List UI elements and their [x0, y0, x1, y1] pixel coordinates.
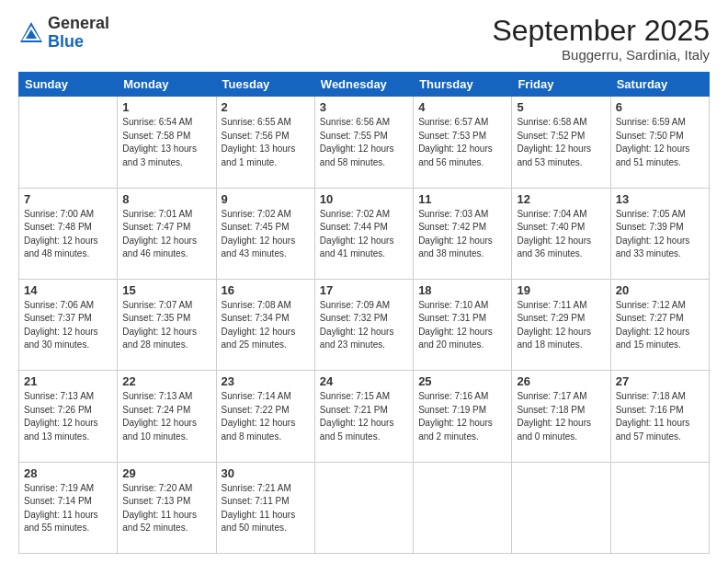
day-number: 17 — [320, 283, 408, 297]
calendar-cell: 18Sunrise: 7:10 AM Sunset: 7:31 PM Dayli… — [414, 279, 512, 370]
calendar-week-3: 14Sunrise: 7:06 AM Sunset: 7:37 PM Dayli… — [19, 279, 710, 370]
header: General Blue September 2025 Buggerru, Sa… — [18, 15, 710, 63]
day-number: 9 — [222, 192, 310, 206]
col-sunday: Sunday — [19, 73, 118, 97]
calendar-cell: 15Sunrise: 7:07 AM Sunset: 7:35 PM Dayli… — [118, 279, 216, 370]
calendar-cell: 16Sunrise: 7:08 AM Sunset: 7:34 PM Dayli… — [216, 279, 314, 370]
day-number: 4 — [418, 100, 506, 114]
day-info: Sunrise: 7:13 AM Sunset: 7:26 PM Dayligh… — [24, 390, 112, 443]
day-number: 27 — [616, 374, 704, 388]
day-number: 1 — [122, 100, 210, 114]
calendar-cell: 24Sunrise: 7:15 AM Sunset: 7:21 PM Dayli… — [314, 371, 413, 462]
calendar-cell: 19Sunrise: 7:11 AM Sunset: 7:29 PM Dayli… — [512, 279, 610, 370]
calendar-cell: 20Sunrise: 7:12 AM Sunset: 7:27 PM Dayli… — [610, 279, 709, 370]
calendar-cell: 29Sunrise: 7:20 AM Sunset: 7:13 PM Dayli… — [118, 462, 216, 553]
day-number: 8 — [122, 192, 210, 206]
logo-icon — [18, 20, 44, 46]
col-friday: Friday — [512, 73, 610, 97]
day-number: 25 — [418, 374, 506, 388]
day-info: Sunrise: 6:59 AM Sunset: 7:50 PM Dayligh… — [616, 116, 704, 169]
day-number: 22 — [122, 374, 210, 388]
month-title: September 2025 — [492, 15, 710, 47]
calendar-week-5: 28Sunrise: 7:19 AM Sunset: 7:14 PM Dayli… — [19, 462, 710, 553]
calendar-cell: 10Sunrise: 7:02 AM Sunset: 7:44 PM Dayli… — [314, 188, 413, 279]
day-info: Sunrise: 7:01 AM Sunset: 7:47 PM Dayligh… — [122, 208, 210, 261]
calendar-cell: 14Sunrise: 7:06 AM Sunset: 7:37 PM Dayli… — [19, 279, 118, 370]
day-number: 19 — [517, 283, 605, 297]
day-number: 13 — [616, 192, 704, 206]
page: General Blue September 2025 Buggerru, Sa… — [0, 0, 728, 563]
calendar-week-1: 1Sunrise: 6:54 AM Sunset: 7:58 PM Daylig… — [19, 97, 710, 188]
day-info: Sunrise: 7:21 AM Sunset: 7:11 PM Dayligh… — [222, 482, 310, 535]
calendar-cell: 9Sunrise: 7:02 AM Sunset: 7:45 PM Daylig… — [216, 188, 314, 279]
calendar-cell: 5Sunrise: 6:58 AM Sunset: 7:52 PM Daylig… — [512, 97, 610, 188]
day-info: Sunrise: 7:09 AM Sunset: 7:32 PM Dayligh… — [320, 299, 408, 352]
col-wednesday: Wednesday — [314, 73, 413, 97]
day-number: 10 — [320, 192, 408, 206]
day-info: Sunrise: 7:11 AM Sunset: 7:29 PM Dayligh… — [517, 299, 605, 352]
day-number: 7 — [24, 192, 112, 206]
calendar-cell: 6Sunrise: 6:59 AM Sunset: 7:50 PM Daylig… — [610, 97, 709, 188]
day-info: Sunrise: 7:00 AM Sunset: 7:48 PM Dayligh… — [24, 208, 112, 261]
calendar-cell — [414, 462, 512, 553]
day-number: 21 — [24, 374, 112, 388]
day-info: Sunrise: 7:10 AM Sunset: 7:31 PM Dayligh… — [418, 299, 506, 352]
day-number: 26 — [517, 374, 605, 388]
title-block: September 2025 Buggerru, Sardinia, Italy — [492, 15, 710, 63]
day-info: Sunrise: 6:56 AM Sunset: 7:55 PM Dayligh… — [320, 116, 408, 169]
day-number: 30 — [222, 466, 310, 480]
day-info: Sunrise: 7:03 AM Sunset: 7:42 PM Dayligh… — [418, 208, 506, 261]
day-info: Sunrise: 7:16 AM Sunset: 7:19 PM Dayligh… — [418, 390, 506, 443]
day-info: Sunrise: 7:15 AM Sunset: 7:21 PM Dayligh… — [320, 390, 408, 443]
day-number: 20 — [616, 283, 704, 297]
day-number: 3 — [320, 100, 408, 114]
calendar-cell: 2Sunrise: 6:55 AM Sunset: 7:56 PM Daylig… — [216, 97, 314, 188]
day-number: 16 — [222, 283, 310, 297]
logo: General Blue — [18, 15, 109, 52]
day-info: Sunrise: 7:14 AM Sunset: 7:22 PM Dayligh… — [222, 390, 310, 443]
day-number: 29 — [122, 466, 210, 480]
calendar-cell: 12Sunrise: 7:04 AM Sunset: 7:40 PM Dayli… — [512, 188, 610, 279]
calendar-cell — [314, 462, 413, 553]
day-number: 28 — [24, 466, 112, 480]
calendar-cell: 23Sunrise: 7:14 AM Sunset: 7:22 PM Dayli… — [216, 371, 314, 462]
header-row: Sunday Monday Tuesday Wednesday Thursday… — [19, 73, 710, 97]
day-number: 18 — [418, 283, 506, 297]
day-info: Sunrise: 7:13 AM Sunset: 7:24 PM Dayligh… — [122, 390, 210, 443]
day-number: 15 — [122, 283, 210, 297]
day-number: 24 — [320, 374, 408, 388]
calendar-cell: 13Sunrise: 7:05 AM Sunset: 7:39 PM Dayli… — [610, 188, 709, 279]
location-subtitle: Buggerru, Sardinia, Italy — [492, 47, 710, 63]
day-info: Sunrise: 7:17 AM Sunset: 7:18 PM Dayligh… — [517, 390, 605, 443]
day-info: Sunrise: 7:06 AM Sunset: 7:37 PM Dayligh… — [24, 299, 112, 352]
day-info: Sunrise: 7:08 AM Sunset: 7:34 PM Dayligh… — [222, 299, 310, 352]
day-number: 2 — [222, 100, 310, 114]
calendar-cell: 30Sunrise: 7:21 AM Sunset: 7:11 PM Dayli… — [216, 462, 314, 553]
col-tuesday: Tuesday — [216, 73, 314, 97]
day-info: Sunrise: 6:57 AM Sunset: 7:53 PM Dayligh… — [418, 116, 506, 169]
calendar-cell: 22Sunrise: 7:13 AM Sunset: 7:24 PM Dayli… — [118, 371, 216, 462]
day-number: 6 — [616, 100, 704, 114]
calendar-week-2: 7Sunrise: 7:00 AM Sunset: 7:48 PM Daylig… — [19, 188, 710, 279]
col-saturday: Saturday — [610, 73, 709, 97]
day-info: Sunrise: 7:05 AM Sunset: 7:39 PM Dayligh… — [616, 208, 704, 261]
day-info: Sunrise: 7:02 AM Sunset: 7:44 PM Dayligh… — [320, 208, 408, 261]
calendar-cell — [19, 97, 118, 188]
col-thursday: Thursday — [414, 73, 512, 97]
day-info: Sunrise: 6:55 AM Sunset: 7:56 PM Dayligh… — [222, 116, 310, 169]
calendar-cell: 28Sunrise: 7:19 AM Sunset: 7:14 PM Dayli… — [19, 462, 118, 553]
day-number: 12 — [517, 192, 605, 206]
calendar-cell: 17Sunrise: 7:09 AM Sunset: 7:32 PM Dayli… — [314, 279, 413, 370]
calendar-cell: 26Sunrise: 7:17 AM Sunset: 7:18 PM Dayli… — [512, 371, 610, 462]
calendar-cell — [610, 462, 709, 553]
calendar-cell: 7Sunrise: 7:00 AM Sunset: 7:48 PM Daylig… — [19, 188, 118, 279]
day-info: Sunrise: 7:04 AM Sunset: 7:40 PM Dayligh… — [517, 208, 605, 261]
day-info: Sunrise: 7:02 AM Sunset: 7:45 PM Dayligh… — [222, 208, 310, 261]
col-monday: Monday — [118, 73, 216, 97]
day-info: Sunrise: 7:07 AM Sunset: 7:35 PM Dayligh… — [122, 299, 210, 352]
calendar-cell: 8Sunrise: 7:01 AM Sunset: 7:47 PM Daylig… — [118, 188, 216, 279]
calendar-cell: 3Sunrise: 6:56 AM Sunset: 7:55 PM Daylig… — [314, 97, 413, 188]
day-info: Sunrise: 6:54 AM Sunset: 7:58 PM Dayligh… — [122, 116, 210, 169]
calendar-table: Sunday Monday Tuesday Wednesday Thursday… — [18, 72, 710, 554]
day-number: 11 — [418, 192, 506, 206]
